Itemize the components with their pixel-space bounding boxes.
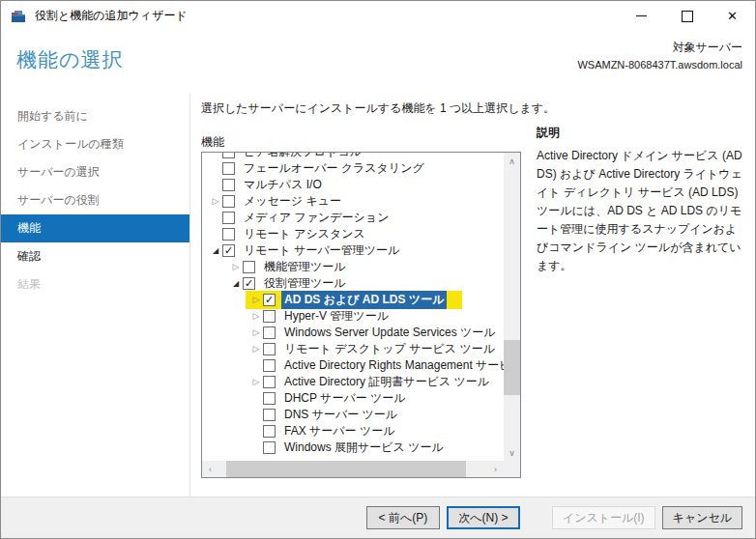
scroll-left-icon[interactable]: ‹	[202, 461, 218, 477]
instruction-text: 選択したサーバーにインストールする機能を 1 つ以上選択します。	[201, 100, 555, 117]
checkbox[interactable]	[222, 228, 235, 241]
tree-item[interactable]: ▷Active Directory 証明書サービス ツール	[202, 374, 504, 390]
tree-item[interactable]: FAX サーバー ツール	[202, 423, 504, 440]
tree-item-label: リモート デスクトップ サービス ツール	[281, 341, 498, 357]
sidebar-item[interactable]: インストールの種類	[1, 130, 189, 158]
checkbox[interactable]: ✓	[243, 277, 255, 290]
tree-item[interactable]: マルチパス I/O	[202, 177, 504, 193]
tree-item-label: DNS サーバー ツール	[281, 407, 400, 423]
features-listbox: ピア名解決プロトコルフェールオーバー クラスタリングマルチパス I/O▷メッセー…	[201, 152, 521, 478]
tree-item-label: フェールオーバー クラスタリング	[241, 160, 427, 177]
checkbox[interactable]	[263, 392, 276, 405]
tree-item-label: Active Directory Rights Management サービス	[281, 357, 504, 374]
page-title: 機能の選択	[16, 46, 124, 73]
target-server-label: 対象サーバー	[577, 40, 742, 56]
tree-item[interactable]: ▷Hyper-V 管理ツール	[202, 308, 504, 325]
checkbox[interactable]	[263, 441, 276, 454]
scroll-down-icon[interactable]: ∨	[504, 444, 520, 461]
sidebar-item: 結果	[1, 270, 189, 298]
tree-item-label: Active Directory 証明書サービス ツール	[281, 374, 492, 390]
checkbox[interactable]	[243, 261, 255, 273]
cancel-button[interactable]: キャンセル	[662, 506, 742, 529]
features-tree-viewport: ピア名解決プロトコルフェールオーバー クラスタリングマルチパス I/O▷メッセー…	[202, 153, 504, 461]
window-controls: ✕	[619, 1, 755, 31]
close-button[interactable]: ✕	[710, 1, 755, 31]
tree-item[interactable]: リモート アシスタンス	[202, 226, 504, 242]
tree-item[interactable]: ▷Windows Server Update Services ツール	[202, 325, 504, 341]
next-button[interactable]: 次へ(N) >	[447, 506, 520, 529]
tree-item[interactable]: ▷機能管理ツール	[202, 259, 504, 275]
vertical-scroll-thumb[interactable]	[504, 340, 520, 395]
checkbox[interactable]	[222, 153, 235, 158]
checkbox[interactable]	[263, 343, 276, 355]
target-server-block: 対象サーバー WSAMZN-8068437T.awsdom.local	[577, 40, 742, 71]
tree-item-label: メディア ファンデーション	[241, 210, 392, 226]
tree-item-label: マルチパス I/O	[241, 177, 325, 193]
tree-item[interactable]: ピア名解決プロトコル	[202, 153, 504, 160]
minimize-button[interactable]	[619, 1, 664, 31]
wizard-header: 機能の選択 対象サーバー WSAMZN-8068437T.awsdom.loca…	[1, 31, 755, 94]
scrollbar-corner	[504, 461, 520, 477]
checkbox[interactable]: ✓	[263, 294, 276, 306]
sidebar-item[interactable]: サーバーの役割	[1, 186, 189, 214]
expand-icon[interactable]: ▷	[249, 328, 263, 337]
sidebar-item[interactable]: サーバーの選択	[1, 158, 189, 186]
sidebar-item[interactable]: 確認	[1, 242, 189, 270]
checkbox[interactable]	[263, 359, 276, 372]
description-text: Active Directory ドメイン サービス (AD DS) および A…	[537, 147, 747, 275]
tree-item-label: ピア名解決プロトコル	[241, 153, 364, 160]
window-title: 役割と機能の追加ウィザード	[35, 8, 188, 24]
checkbox[interactable]	[263, 326, 276, 339]
expand-icon[interactable]: ▷	[249, 296, 263, 304]
sidebar-item[interactable]: 開始する前に	[1, 102, 189, 130]
tree-item[interactable]: メディア ファンデーション	[202, 210, 504, 226]
maximize-button[interactable]	[664, 1, 710, 31]
expand-icon[interactable]: ▷	[249, 312, 263, 321]
tree-item-label: AD DS および AD LDS ツール	[281, 291, 447, 309]
target-server-name: WSAMZN-8068437T.awsdom.local	[577, 59, 742, 71]
checkbox[interactable]	[222, 195, 235, 208]
vertical-scrollbar[interactable]: ∧ ∨	[504, 153, 520, 461]
checkbox[interactable]	[222, 162, 235, 175]
sidebar-item[interactable]: 機能	[1, 214, 189, 242]
scroll-up-icon[interactable]: ∧	[504, 153, 520, 169]
checkbox[interactable]: ✓	[222, 244, 235, 257]
tree-item[interactable]: ▷リモート デスクトップ サービス ツール	[202, 341, 504, 357]
checkbox[interactable]	[263, 310, 276, 323]
expand-icon[interactable]: ▷	[209, 197, 222, 206]
wizard-window: 役割と機能の追加ウィザード ✕ 機能の選択 対象サーバー WSAMZN-8068…	[0, 0, 756, 539]
checkbox[interactable]	[222, 179, 235, 191]
features-tree: ピア名解決プロトコルフェールオーバー クラスタリングマルチパス I/O▷メッセー…	[202, 153, 504, 456]
close-icon: ✕	[727, 10, 738, 22]
tree-item[interactable]: Windows 展開サービス ツール	[202, 440, 504, 456]
wizard-app-icon	[11, 9, 26, 24]
horizontal-scroll-thumb[interactable]	[226, 461, 466, 477]
checkbox[interactable]	[263, 376, 276, 388]
tree-item[interactable]: DHCP サーバー ツール	[202, 390, 504, 407]
expand-icon[interactable]: ▷	[229, 263, 243, 271]
expand-icon[interactable]: ▷	[249, 378, 263, 386]
titlebar: 役割と機能の追加ウィザード ✕	[1, 1, 755, 32]
expand-icon[interactable]: ▷	[249, 345, 263, 354]
tree-item-label: リモート アシスタンス	[241, 226, 368, 242]
checkbox[interactable]	[222, 212, 235, 224]
tree-item[interactable]: ◢✓役割管理ツール	[202, 275, 504, 292]
tree-item[interactable]: フェールオーバー クラスタリング	[202, 160, 504, 177]
tree-item-label: Hyper-V 管理ツール	[281, 308, 392, 325]
tree-item[interactable]: DNS サーバー ツール	[202, 407, 504, 423]
tree-item[interactable]: Active Directory Rights Management サービス	[202, 357, 504, 374]
maximize-icon	[682, 11, 693, 22]
tree-item-label: Windows Server Update Services ツール	[281, 325, 499, 341]
tree-item-label: 役割管理ツール	[261, 275, 349, 292]
scroll-right-icon[interactable]: ›	[487, 461, 504, 477]
tree-item-label: DHCP サーバー ツール	[281, 390, 409, 407]
horizontal-scrollbar[interactable]: ‹ ›	[202, 461, 504, 477]
checkbox[interactable]	[263, 425, 276, 438]
tree-item[interactable]: ◢✓リモート サーバー管理ツール	[202, 242, 504, 259]
previous-button[interactable]: < 前へ(P)	[366, 506, 440, 529]
collapse-icon[interactable]: ◢	[209, 247, 222, 255]
checkbox[interactable]	[263, 409, 276, 421]
collapse-icon[interactable]: ◢	[229, 280, 243, 288]
tree-item[interactable]: ▷メッセージ キュー	[202, 193, 504, 210]
tree-item[interactable]: ▷✓AD DS および AD LDS ツール	[202, 292, 504, 308]
